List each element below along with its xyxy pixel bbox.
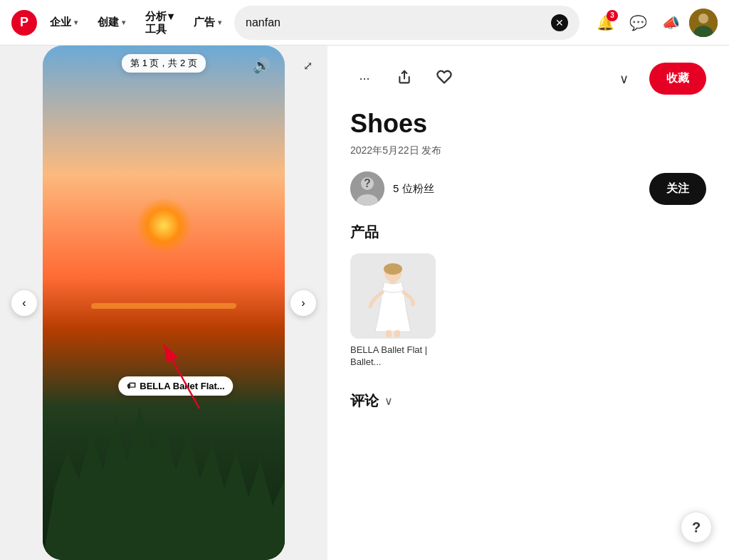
product-tag-label: BELLA Ballet Flat... [140,381,224,391]
product-illustration [350,253,436,339]
user-avatar-image [689,9,718,37]
svg-rect-14 [386,330,392,337]
message-button[interactable]: 💬 [624,9,652,37]
notification-badge: 3 [607,10,618,21]
nav-create-label: 创建 [98,16,119,29]
right-panel: ··· ∨ [327,46,729,560]
main-content: 第 1 页，共 2 页 ‹ 🔊 [0,46,729,560]
nav-create[interactable]: 创建 ▾ [90,10,132,35]
image-panel: 第 1 页，共 2 页 ‹ 🔊 [0,46,327,560]
user-row: ? 5 位粉丝 关注 [350,171,706,206]
search-bar[interactable]: ✕ [234,6,579,40]
search-clear-button[interactable]: ✕ [551,14,568,31]
megaphone-icon: 📣 [662,14,680,31]
share-button[interactable] [390,65,419,93]
pinterest-logo[interactable]: P [11,10,37,36]
product-tag-button[interactable]: 🏷 BELLA Ballet Flat... [118,376,233,396]
chevron-down-icon: ∨ [619,71,629,87]
pagination-label: 第 1 页，共 2 页 [122,54,206,73]
notification-button[interactable]: 🔔 3 [591,9,619,37]
user-avatar-button[interactable] [689,9,718,37]
megaphone-button[interactable]: 📣 [656,9,685,37]
more-icon: ··· [359,71,369,86]
share-icon [397,70,411,88]
message-icon: 💬 [629,14,647,31]
tag-icon: 🏷 [127,381,135,391]
avatar-image: ? [350,171,384,206]
heart-icon [436,69,452,88]
sound-icon[interactable]: 🔊 [253,57,271,74]
header: P 企业 ▾ 创建 ▾ 分析 ▾ 工具 广告 ▾ ✕ 🔔 3 💬 📣 [0,0,729,46]
chevron-down-icon: ▾ [122,19,125,26]
comments-chevron-icon: ∨ [384,394,393,408]
nav-ads-label: 广告 [194,16,215,29]
prev-image-button[interactable]: ‹ [11,290,37,316]
nav-enterprise[interactable]: 企业 ▾ [43,10,85,35]
chevron-down-icon: ▾ [218,19,221,26]
nav-analytics[interactable]: 分析 ▾ 工具 [138,7,181,38]
pin-image [43,46,285,560]
help-button[interactable]: ? [681,512,712,543]
svg-point-1 [698,14,708,23]
action-bar: ··· ∨ [350,63,706,95]
chevron-down-icon: ▾ [74,19,78,26]
nav-ads[interactable]: 广告 ▾ [187,10,229,35]
chevron-down-icon: ▾ [168,10,174,23]
product-image [350,253,436,339]
nav-analytics-label: 分析 [145,10,167,23]
phone-frame: 🔊 🏷 BELLA Ballet Flat... [43,46,285,560]
save-button[interactable]: 收藏 [649,63,706,95]
header-icons: 🔔 3 💬 📣 [591,9,718,37]
comments-section[interactable]: 评论 ∨ [350,391,706,411]
more-options-button[interactable]: ··· [350,65,379,93]
follow-button[interactable]: 关注 [649,173,706,205]
followers-count: 5 位粉丝 [393,182,434,196]
nav-enterprise-label: 企业 [50,16,71,29]
help-icon: ? [692,519,701,536]
pin-date: 2022年5月22日 发布 [350,144,706,157]
product-card[interactable]: BELLA Ballet Flat | Ballet... [350,253,436,369]
svg-point-12 [384,263,402,275]
heart-button[interactable] [430,65,458,93]
creator-avatar[interactable]: ? [350,171,384,206]
pin-title: Shoes [350,109,706,139]
product-name: BELLA Ballet Flat | Ballet... [350,344,436,369]
dropdown-button[interactable]: ∨ [609,65,638,93]
search-input[interactable] [246,16,545,29]
svg-text:?: ? [364,177,371,189]
svg-rect-15 [394,330,400,337]
nav-analytics-sub: 工具 [145,23,167,36]
expand-button[interactable]: ⤢ [296,54,319,77]
next-image-button[interactable]: › [290,290,316,316]
comments-label: 评论 [350,391,379,411]
products-section-title: 产品 [350,223,706,242]
